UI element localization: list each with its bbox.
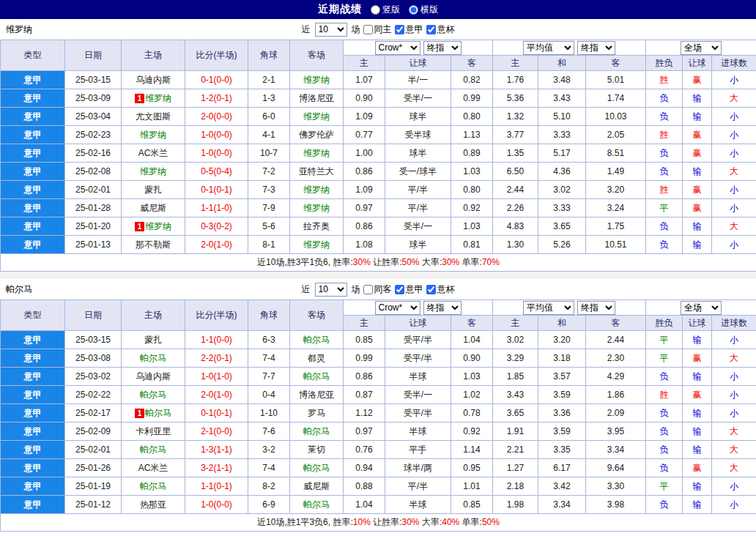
avg-draw-cell: 3.59 [538, 423, 586, 441]
avg-home-cell: 3.77 [493, 126, 538, 144]
away-team-cell: 帕尔马 [290, 459, 344, 477]
match-row: 意甲25-01-28威尼斯1-1(1-0)7-9维罗纳0.97平/半0.922.… [1, 199, 756, 217]
layout-radio-vertical[interactable]: 竖版 [371, 4, 400, 16]
col-avg-away: 客 [586, 316, 646, 331]
league-cell: 意甲 [1, 423, 65, 441]
avg-final-select[interactable]: 终指 [577, 41, 615, 55]
score-cell: 0-5(0-4) [185, 163, 248, 181]
avg-home-cell: 3.02 [493, 331, 538, 349]
handicap-cell: 平手 [385, 441, 451, 459]
avg-home-cell: 1.76 [493, 71, 538, 89]
away-team-cell: 帕尔马 [290, 496, 344, 514]
avg-draw-cell: 5.17 [538, 144, 586, 163]
team-label: AC米兰 [138, 463, 168, 473]
home-team-cell: 乌迪内斯 [122, 71, 185, 89]
summary-segment: 50% [402, 257, 420, 267]
filter-checkbox-league[interactable]: 意甲 [395, 23, 423, 36]
filter-checkbox-league[interactable]: 意甲 [395, 283, 423, 296]
team-label: 热那亚 [140, 499, 166, 510]
odds-home-cell: 1.04 [344, 496, 385, 514]
result-goals-cell: 大 [712, 441, 756, 459]
same-venue-checkbox[interactable] [363, 285, 373, 294]
result-wdl-cell: 负 [646, 236, 683, 254]
handicap-cell: 平/半 [385, 181, 451, 199]
league-cell: 意甲 [1, 441, 65, 459]
summary-row: 近10场,胜3平1负6, 胜率:30% 让胜率:50% 大率:30% 单率:70… [1, 254, 756, 272]
odds-away-cell: 1.13 [451, 126, 493, 144]
avg-source-select[interactable]: 平均值 [523, 41, 574, 55]
same-venue-checkbox[interactable] [363, 25, 373, 34]
corner-cell: 1-3 [248, 89, 290, 108]
match-row: 意甲25-02-01帕尔马1-3(1-1)3-2莱切0.76平手1.142.21… [1, 441, 756, 459]
filter-checkbox-same-venue[interactable]: 同客 [363, 283, 392, 296]
odds-away-cell: 0.92 [451, 199, 493, 217]
corner-cell: 4-1 [248, 126, 290, 144]
odds-source-select[interactable]: Crow* [375, 301, 420, 315]
avg-source-select[interactable]: 平均值 [523, 301, 574, 315]
avg-home-cell: 2.18 [493, 477, 538, 496]
score-cell: 2-0(0-0) [185, 108, 248, 126]
avg-draw-cell: 6.17 [538, 459, 586, 477]
result-handicap-cell: 赢 [683, 144, 712, 163]
filter-checkbox-same-venue[interactable]: 同主 [363, 23, 392, 36]
summary-segment: 单率: [459, 517, 482, 527]
summary-text: 近10场,胜3平1负6, 胜率:30% 让胜率:50% 大率:30% 单率:70… [1, 256, 756, 269]
team-label: 威尼斯 [303, 481, 330, 491]
team-label: 蒙扎 [144, 335, 162, 345]
result-wdl-cell: 负 [646, 459, 683, 477]
league-checkbox[interactable] [395, 285, 404, 294]
summary-segment: 单率: [459, 257, 482, 267]
avg-draw-cell: 3.33 [538, 126, 586, 144]
vertical-radio-input[interactable] [371, 5, 380, 15]
avg-final-select[interactable]: 终指 [577, 301, 615, 315]
scope-select[interactable]: 全场 [681, 301, 722, 315]
result-wdl-cell: 负 [646, 217, 683, 236]
avg-draw-cell: 3.34 [538, 496, 586, 514]
avg-home-cell: 3.29 [493, 349, 538, 368]
result-goals-cell: 大 [712, 423, 756, 441]
odds-final-select[interactable]: 终指 [423, 301, 462, 315]
avg-draw-cell: 3.57 [538, 368, 586, 386]
league-checkbox[interactable] [395, 25, 404, 34]
avg-away-cell: 9.64 [586, 459, 646, 477]
games-label: 场 [352, 283, 360, 296]
result-handicap-cell: 输 [683, 441, 712, 459]
league-cell: 意甲 [1, 126, 65, 144]
recent-count-select[interactable]: 10 [315, 23, 347, 37]
layout-radio-horizontal[interactable]: 横版 [409, 4, 438, 16]
date-cell: 25-02-17 [65, 404, 122, 423]
date-cell: 25-01-26 [65, 459, 122, 477]
col-odds-home: 主 [344, 316, 385, 331]
filter-checkbox-cup[interactable]: 意杯 [426, 23, 455, 36]
team-label: AC米兰 [138, 148, 168, 158]
odds-home-cell: 0.86 [344, 368, 385, 386]
summary-segment: 30% [402, 517, 420, 527]
horizontal-radio-input[interactable] [409, 5, 418, 15]
result-goals-cell: 小 [712, 71, 756, 89]
league-cell: 意甲 [1, 404, 65, 423]
corner-cell: 8-1 [248, 236, 290, 254]
date-cell: 25-03-15 [65, 71, 122, 89]
col-date: 日期 [65, 300, 122, 331]
odds-home-cell: 0.86 [344, 217, 385, 236]
odds-home-cell: 0.97 [344, 199, 385, 217]
odds-home-cell: 1.12 [344, 404, 385, 423]
filter-bar: 维罗纳 近 10 场 同主 意甲 意杯 [0, 19, 756, 40]
corner-cell: 7-6 [248, 423, 290, 441]
odds-source-select[interactable]: Crow* [375, 41, 420, 55]
team-label: 帕尔马 [140, 481, 166, 491]
cup-checkbox[interactable] [426, 285, 436, 294]
cup-checkbox[interactable] [426, 25, 436, 34]
filter-checkbox-cup[interactable]: 意杯 [426, 283, 455, 296]
corner-cell: 8-2 [248, 477, 290, 496]
team-label: 维罗纳 [145, 221, 171, 231]
team-label: 帕尔马 [140, 353, 166, 363]
home-team-cell: 维罗纳 [122, 163, 185, 181]
recent-count-select[interactable]: 10 [315, 283, 347, 297]
league-cell: 意甲 [1, 349, 65, 368]
scope-select[interactable]: 全场 [681, 41, 722, 55]
odds-final-select[interactable]: 终指 [423, 41, 462, 55]
odds-away-cell: 0.80 [451, 108, 493, 126]
team-label: 帕尔马 [303, 335, 330, 345]
section-divider [0, 272, 756, 279]
